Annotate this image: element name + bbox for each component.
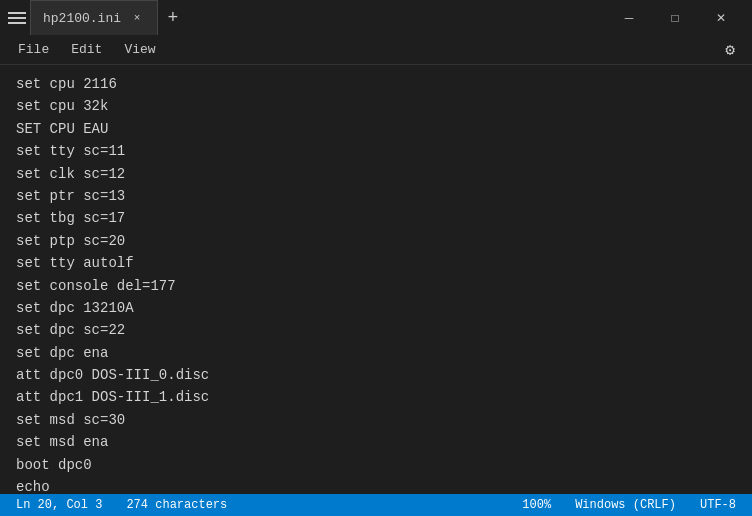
menu-file[interactable]: File: [8, 38, 59, 61]
status-char-count[interactable]: 274 characters: [122, 498, 231, 512]
editor-content: set cpu 2116 set cpu 32k SET CPU EAU set…: [16, 73, 736, 494]
close-button[interactable]: ✕: [698, 0, 744, 35]
status-zoom[interactable]: 100%: [518, 498, 555, 512]
menu-bar: File Edit View ⚙: [0, 35, 752, 65]
status-bar: Ln 20, Col 3 274 characters 100% Windows…: [0, 494, 752, 516]
status-right: 100% Windows (CRLF) UTF-8: [518, 498, 740, 512]
tab-close-button[interactable]: ×: [129, 10, 145, 26]
maximize-button[interactable]: □: [652, 0, 698, 35]
svg-rect-0: [8, 12, 26, 14]
menu-edit[interactable]: Edit: [61, 38, 112, 61]
status-left: Ln 20, Col 3 274 characters: [12, 498, 231, 512]
menu-items: File Edit View: [8, 38, 166, 61]
window-controls: ─ □ ✕: [606, 0, 744, 35]
minimize-button[interactable]: ─: [606, 0, 652, 35]
title-bar: hp2100.ini × + ─ □ ✕: [0, 0, 752, 35]
active-tab[interactable]: hp2100.ini ×: [30, 0, 158, 35]
svg-rect-2: [8, 22, 26, 24]
status-ln-col[interactable]: Ln 20, Col 3: [12, 498, 106, 512]
app-icon: [8, 9, 26, 27]
settings-button[interactable]: ⚙: [716, 36, 744, 64]
tab-label: hp2100.ini: [43, 11, 121, 26]
tab-bar: hp2100.ini × +: [30, 0, 606, 35]
status-encoding[interactable]: UTF-8: [696, 498, 740, 512]
status-line-ending[interactable]: Windows (CRLF): [571, 498, 680, 512]
editor-area[interactable]: set cpu 2116 set cpu 32k SET CPU EAU set…: [0, 65, 752, 494]
new-tab-button[interactable]: +: [158, 0, 188, 35]
menu-view[interactable]: View: [114, 38, 165, 61]
title-bar-left: [8, 9, 26, 27]
svg-rect-1: [8, 17, 26, 19]
